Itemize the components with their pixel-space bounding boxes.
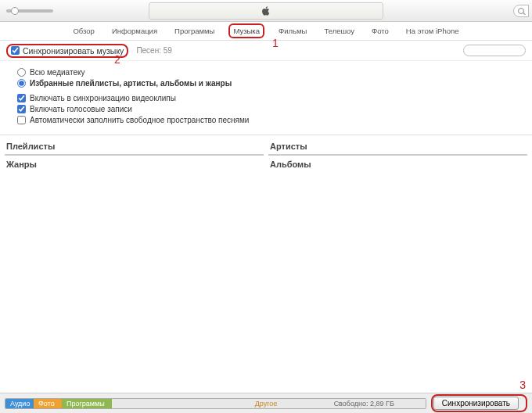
search-icon: [518, 8, 524, 14]
sync-button-highlight: Синхронизировать: [431, 394, 527, 412]
capacity-other-label: Другое: [255, 400, 278, 408]
tab-apps[interactable]: Программы: [171, 25, 217, 37]
albums-heading: Альбомы: [268, 157, 527, 171]
autofill-input[interactable]: [17, 116, 26, 124]
capacity-audio: Аудио: [5, 399, 34, 408]
capacity-bar: Аудио Фото Программы Другое Свободно: 2,…: [5, 398, 426, 409]
bottom-headings: Жанры Альбомы: [0, 156, 532, 173]
radio-selected-items[interactable]: Избранные плейлисты, артисты, альбомы и …: [17, 79, 515, 88]
lcd-display: [149, 2, 383, 20]
playlist-search-wrap: [463, 45, 526, 56]
search-toggle[interactable]: [513, 5, 529, 17]
sync-music-checkbox-wrap[interactable]: Синхронизировать музыку: [6, 44, 128, 58]
artists-column: Артисты Ace Hood Ft Rick Ross & FutureAd…: [268, 138, 527, 156]
volume-slider[interactable]: [6, 9, 53, 13]
genres-heading: Жанры: [5, 157, 264, 171]
radio-selected-items-label: Избранные плейлисты, артисты, альбомы и …: [30, 79, 232, 88]
capacity-free-label: Свободно: 2,89 ГБ: [334, 400, 394, 408]
volume-thumb[interactable]: [11, 7, 19, 15]
sync-options: Всю медиатеку Избранные плейлисты, артис…: [0, 61, 532, 135]
tab-info[interactable]: Информация: [109, 25, 160, 37]
playlists-column: Плейлисты 25 самых популярныхВидеоклипыК…: [5, 138, 264, 156]
apple-logo-icon: [261, 6, 271, 16]
include-video-input[interactable]: [17, 94, 26, 102]
song-count: Песен: 59: [136, 46, 172, 55]
playlist-search-input[interactable]: [463, 45, 526, 56]
radio-entire-library-input[interactable]: [17, 68, 26, 77]
include-voice-label: Включать голосовые записи: [30, 105, 132, 113]
include-voice-input[interactable]: [17, 105, 26, 113]
radio-entire-library[interactable]: Всю медиатеку: [17, 68, 515, 77]
capacity-photo: Фото: [34, 399, 62, 408]
sync-button[interactable]: Синхронизировать: [433, 397, 519, 410]
include-video-checkbox[interactable]: Включать в синхронизацию видеоклипы: [17, 94, 515, 102]
tab-music[interactable]: Музыка: [228, 23, 264, 38]
playlists-listbox: 25 самых популярныхВидеоклипыКлассическа…: [5, 154, 264, 156]
annotation-1: 1: [272, 37, 279, 49]
footer: Аудио Фото Программы Другое Свободно: 2,…: [0, 393, 532, 413]
autofill-checkbox[interactable]: Автоматически заполнить свободное простр…: [17, 116, 515, 124]
sync-header: Синхронизировать музыку Песен: 59: [0, 41, 532, 61]
capacity-free: Другое Свободно: 2,89 ГБ: [112, 399, 426, 408]
autofill-label: Автоматически заполнить свободное простр…: [30, 116, 249, 124]
tab-photos[interactable]: Фото: [368, 25, 392, 37]
sync-music-label: Синхронизировать музыку: [23, 46, 124, 56]
radio-selected-items-input[interactable]: [17, 79, 26, 88]
annotation-3: 3: [519, 379, 526, 391]
include-voice-checkbox[interactable]: Включать голосовые записи: [17, 105, 515, 113]
artists-listbox: Ace Hood Ft Rick Ross & FutureAdeleAlexi…: [268, 154, 527, 156]
tab-onthisiphone[interactable]: На этом iPhone: [403, 25, 462, 37]
annotation-2: 2: [114, 53, 120, 66]
playlists-heading: Плейлисты: [5, 138, 264, 154]
tab-movies[interactable]: Фильмы: [275, 25, 310, 37]
nav-tabs: Обзор Информация Программы Музыка Фильмы…: [0, 22, 532, 41]
window-toolbar: [0, 0, 532, 22]
include-video-label: Включать в синхронизацию видеоклипы: [30, 94, 176, 102]
artists-heading: Артисты: [268, 138, 527, 154]
tab-tv[interactable]: Телешоу: [321, 25, 358, 37]
tab-overview[interactable]: Обзор: [70, 25, 97, 37]
columns: Плейлисты 25 самых популярныхВидеоклипыК…: [0, 135, 532, 156]
radio-entire-library-label: Всю медиатеку: [30, 68, 84, 77]
capacity-apps: Программы: [62, 399, 112, 408]
sync-music-checkbox[interactable]: [11, 46, 20, 55]
